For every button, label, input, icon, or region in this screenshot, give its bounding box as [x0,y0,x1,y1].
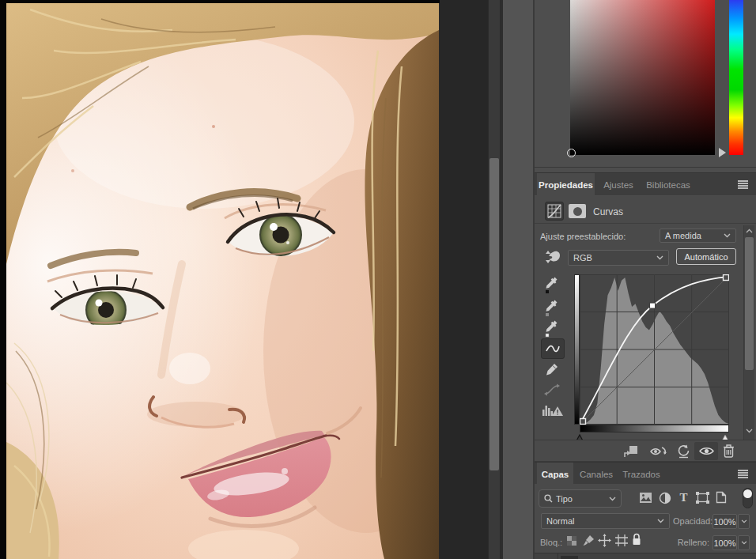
scroll-up-icon[interactable] [746,229,753,233]
hue-slider-marker[interactable] [719,148,726,157]
chevron-down-icon [657,519,664,523]
layer-filter-dropdown[interactable]: Tipo [539,489,622,508]
gray-point-eyedropper-icon[interactable] [545,298,559,317]
layer-thumbnail-edge [561,556,578,559]
chevron-down-icon [656,255,663,260]
lock-position-icon[interactable] [598,534,611,547]
toggle-knob [743,489,752,498]
output-gradient-strip [574,274,580,425]
color-picker-cursor[interactable] [567,149,576,157]
document-scrollbar-thumb[interactable] [490,158,499,470]
dock-gap [503,0,533,559]
canvas-border-left [0,0,6,559]
fill-value[interactable]: 100% [713,535,737,550]
opacity-dropdown-button[interactable] [738,514,750,529]
view-previous-state-icon[interactable] [650,446,667,458]
adjustment-title: Curvas [593,206,623,217]
preset-dropdown[interactable]: A medida [660,229,736,243]
curves-plot[interactable] [580,274,729,425]
color-panel [535,0,756,168]
channel-dropdown[interactable]: RGB [568,250,669,266]
pencil-tool-icon[interactable] [545,362,559,380]
tab-capas[interactable]: Capas [537,463,573,485]
visibility-eye-icon[interactable] [694,442,718,460]
divider [535,167,756,168]
filter-type-layers-icon[interactable]: T [678,491,690,504]
curves-adjustment-icon [545,202,564,221]
filter-shape-layers-icon[interactable] [696,492,709,504]
tab-propiedades[interactable]: Propiedades [537,173,595,196]
filter-pixel-layers-icon[interactable] [639,492,652,504]
svg-text:T: T [679,491,687,504]
properties-footer [535,440,756,462]
properties-scrollbar-thumb[interactable] [745,237,754,370]
lock-nesting-frame-icon[interactable] [615,534,628,546]
preset-label: Ajuste preestablecido: [540,232,626,241]
targeted-adjustment-icon[interactable] [544,248,561,269]
panel-menu-icon[interactable] [738,470,748,478]
auto-button[interactable]: Automático [676,248,736,265]
layers-tabbar: Capas Canales Trazados [535,462,756,485]
photoshop-window: Propiedades Ajustes Bibliotecas Curvas A… [0,0,756,559]
divider [558,553,558,559]
filter-adjustment-layers-icon[interactable] [659,492,671,504]
filter-smart-objects-icon[interactable] [716,491,727,504]
opacity-label: Opacidad: [673,516,709,526]
chevron-down-icon [741,541,747,545]
lock-label: Bloq.: [540,538,562,547]
tab-trazados[interactable]: Trazados [619,463,663,485]
lock-pixels-brush-icon[interactable] [583,534,595,546]
lock-transparency-icon[interactable] [566,535,577,546]
black-point-eyedropper-icon[interactable] [545,275,559,294]
chevron-down-icon [609,497,616,501]
filter-toggle-switch[interactable] [743,488,753,508]
properties-tabbar: Propiedades Ajustes Bibliotecas [535,172,756,195]
delete-trash-icon[interactable] [723,444,735,458]
input-gradient-strip [580,425,729,432]
chevron-down-icon [724,233,731,238]
reset-icon[interactable] [677,444,690,459]
search-icon [544,494,553,503]
fill-label: Relleno: [673,538,709,547]
clip-to-layer-icon[interactable] [623,445,638,458]
tab-ajustes[interactable]: Ajustes [598,173,639,196]
panel-menu-icon[interactable] [738,180,748,189]
tab-canales[interactable]: Canales [576,463,616,485]
blend-mode-dropdown[interactable]: Normal [541,513,670,529]
lock-all-icon[interactable] [631,533,642,546]
fill-dropdown-button[interactable] [738,535,750,550]
divider [535,223,756,224]
curve-point-tool-icon[interactable] [541,338,565,359]
opacity-value[interactable]: 100% [713,514,737,529]
white-point-eyedropper-icon[interactable] [545,319,559,338]
hue-slider[interactable] [729,0,743,155]
panel-dock: Propiedades Ajustes Bibliotecas Curvas A… [535,0,756,559]
document-canvas-area[interactable] [0,0,503,559]
mask-thumbnail-icon[interactable] [569,204,586,218]
properties-panel: Curvas Ajuste preestablecido: A medida R… [535,196,756,440]
layers-list-edge [535,553,756,559]
histogram-warning-icon[interactable] [542,403,564,417]
chevron-down-icon [741,519,747,523]
layers-panel: Tipo T Normal [535,484,756,559]
scroll-down-icon[interactable] [746,429,753,433]
smooth-curve-icon [543,383,561,396]
portrait-photo[interactable] [6,3,439,559]
tab-bibliotecas[interactable]: Bibliotecas [642,173,694,196]
saturation-brightness-square[interactable] [570,0,715,155]
